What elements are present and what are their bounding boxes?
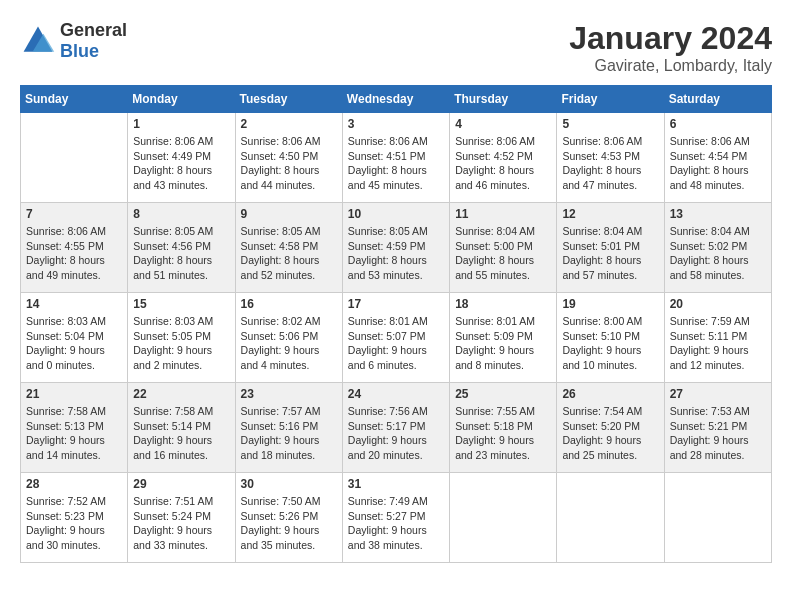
- day-number: 13: [670, 207, 766, 221]
- day-info: Sunrise: 8:06 AMSunset: 4:54 PMDaylight:…: [670, 134, 766, 193]
- day-info: Sunrise: 8:05 AMSunset: 4:56 PMDaylight:…: [133, 224, 229, 283]
- day-info: Sunrise: 7:53 AMSunset: 5:21 PMDaylight:…: [670, 404, 766, 463]
- day-info: Sunrise: 7:58 AMSunset: 5:13 PMDaylight:…: [26, 404, 122, 463]
- header-cell-sunday: Sunday: [21, 86, 128, 113]
- week-row-5: 28Sunrise: 7:52 AMSunset: 5:23 PMDayligh…: [21, 473, 772, 563]
- day-cell: 30Sunrise: 7:50 AMSunset: 5:26 PMDayligh…: [235, 473, 342, 563]
- day-cell: 4Sunrise: 8:06 AMSunset: 4:52 PMDaylight…: [450, 113, 557, 203]
- day-number: 5: [562, 117, 658, 131]
- day-cell: 14Sunrise: 8:03 AMSunset: 5:04 PMDayligh…: [21, 293, 128, 383]
- day-cell: 9Sunrise: 8:05 AMSunset: 4:58 PMDaylight…: [235, 203, 342, 293]
- logo-blue: Blue: [60, 41, 127, 62]
- day-info: Sunrise: 8:04 AMSunset: 5:02 PMDaylight:…: [670, 224, 766, 283]
- day-info: Sunrise: 8:06 AMSunset: 4:55 PMDaylight:…: [26, 224, 122, 283]
- day-cell: 18Sunrise: 8:01 AMSunset: 5:09 PMDayligh…: [450, 293, 557, 383]
- day-info: Sunrise: 7:57 AMSunset: 5:16 PMDaylight:…: [241, 404, 337, 463]
- day-cell: [664, 473, 771, 563]
- day-number: 21: [26, 387, 122, 401]
- day-cell: 17Sunrise: 8:01 AMSunset: 5:07 PMDayligh…: [342, 293, 449, 383]
- day-info: Sunrise: 7:50 AMSunset: 5:26 PMDaylight:…: [241, 494, 337, 553]
- day-cell: 2Sunrise: 8:06 AMSunset: 4:50 PMDaylight…: [235, 113, 342, 203]
- day-number: 16: [241, 297, 337, 311]
- header-cell-saturday: Saturday: [664, 86, 771, 113]
- day-number: 10: [348, 207, 444, 221]
- day-info: Sunrise: 8:01 AMSunset: 5:09 PMDaylight:…: [455, 314, 551, 373]
- day-number: 17: [348, 297, 444, 311]
- day-number: 9: [241, 207, 337, 221]
- day-info: Sunrise: 8:06 AMSunset: 4:50 PMDaylight:…: [241, 134, 337, 193]
- day-cell: 11Sunrise: 8:04 AMSunset: 5:00 PMDayligh…: [450, 203, 557, 293]
- day-info: Sunrise: 8:06 AMSunset: 4:51 PMDaylight:…: [348, 134, 444, 193]
- day-cell: 15Sunrise: 8:03 AMSunset: 5:05 PMDayligh…: [128, 293, 235, 383]
- day-cell: 12Sunrise: 8:04 AMSunset: 5:01 PMDayligh…: [557, 203, 664, 293]
- day-info: Sunrise: 7:59 AMSunset: 5:11 PMDaylight:…: [670, 314, 766, 373]
- day-cell: 24Sunrise: 7:56 AMSunset: 5:17 PMDayligh…: [342, 383, 449, 473]
- day-number: 31: [348, 477, 444, 491]
- day-cell: 6Sunrise: 8:06 AMSunset: 4:54 PMDaylight…: [664, 113, 771, 203]
- header-cell-friday: Friday: [557, 86, 664, 113]
- day-info: Sunrise: 7:51 AMSunset: 5:24 PMDaylight:…: [133, 494, 229, 553]
- day-number: 11: [455, 207, 551, 221]
- location-title: Gavirate, Lombardy, Italy: [569, 57, 772, 75]
- day-cell: 27Sunrise: 7:53 AMSunset: 5:21 PMDayligh…: [664, 383, 771, 473]
- day-number: 19: [562, 297, 658, 311]
- header-cell-tuesday: Tuesday: [235, 86, 342, 113]
- header-row: SundayMondayTuesdayWednesdayThursdayFrid…: [21, 86, 772, 113]
- day-cell: 3Sunrise: 8:06 AMSunset: 4:51 PMDaylight…: [342, 113, 449, 203]
- day-number: 3: [348, 117, 444, 131]
- day-number: 24: [348, 387, 444, 401]
- day-cell: 25Sunrise: 7:55 AMSunset: 5:18 PMDayligh…: [450, 383, 557, 473]
- day-cell: 13Sunrise: 8:04 AMSunset: 5:02 PMDayligh…: [664, 203, 771, 293]
- day-cell: 5Sunrise: 8:06 AMSunset: 4:53 PMDaylight…: [557, 113, 664, 203]
- header-cell-monday: Monday: [128, 86, 235, 113]
- day-info: Sunrise: 8:03 AMSunset: 5:04 PMDaylight:…: [26, 314, 122, 373]
- day-number: 14: [26, 297, 122, 311]
- day-cell: [557, 473, 664, 563]
- week-row-1: 1Sunrise: 8:06 AMSunset: 4:49 PMDaylight…: [21, 113, 772, 203]
- day-info: Sunrise: 7:49 AMSunset: 5:27 PMDaylight:…: [348, 494, 444, 553]
- logo: General Blue: [20, 20, 127, 62]
- day-cell: 10Sunrise: 8:05 AMSunset: 4:59 PMDayligh…: [342, 203, 449, 293]
- week-row-2: 7Sunrise: 8:06 AMSunset: 4:55 PMDaylight…: [21, 203, 772, 293]
- header: General Blue January 2024 Gavirate, Lomb…: [20, 20, 772, 75]
- day-number: 27: [670, 387, 766, 401]
- header-cell-wednesday: Wednesday: [342, 86, 449, 113]
- week-row-4: 21Sunrise: 7:58 AMSunset: 5:13 PMDayligh…: [21, 383, 772, 473]
- day-number: 29: [133, 477, 229, 491]
- day-number: 12: [562, 207, 658, 221]
- month-title: January 2024: [569, 20, 772, 57]
- day-cell: 1Sunrise: 8:06 AMSunset: 4:49 PMDaylight…: [128, 113, 235, 203]
- day-info: Sunrise: 8:05 AMSunset: 4:58 PMDaylight:…: [241, 224, 337, 283]
- day-cell: 8Sunrise: 8:05 AMSunset: 4:56 PMDaylight…: [128, 203, 235, 293]
- day-cell: 7Sunrise: 8:06 AMSunset: 4:55 PMDaylight…: [21, 203, 128, 293]
- title-area: January 2024 Gavirate, Lombardy, Italy: [569, 20, 772, 75]
- day-number: 2: [241, 117, 337, 131]
- day-info: Sunrise: 7:58 AMSunset: 5:14 PMDaylight:…: [133, 404, 229, 463]
- day-number: 4: [455, 117, 551, 131]
- day-info: Sunrise: 8:06 AMSunset: 4:53 PMDaylight:…: [562, 134, 658, 193]
- day-number: 18: [455, 297, 551, 311]
- day-info: Sunrise: 8:03 AMSunset: 5:05 PMDaylight:…: [133, 314, 229, 373]
- day-cell: 31Sunrise: 7:49 AMSunset: 5:27 PMDayligh…: [342, 473, 449, 563]
- day-number: 20: [670, 297, 766, 311]
- day-info: Sunrise: 8:04 AMSunset: 5:01 PMDaylight:…: [562, 224, 658, 283]
- header-cell-thursday: Thursday: [450, 86, 557, 113]
- calendar-table: SundayMondayTuesdayWednesdayThursdayFrid…: [20, 85, 772, 563]
- day-info: Sunrise: 8:02 AMSunset: 5:06 PMDaylight:…: [241, 314, 337, 373]
- day-number: 23: [241, 387, 337, 401]
- day-info: Sunrise: 8:00 AMSunset: 5:10 PMDaylight:…: [562, 314, 658, 373]
- day-info: Sunrise: 7:56 AMSunset: 5:17 PMDaylight:…: [348, 404, 444, 463]
- logo-text: General Blue: [60, 20, 127, 62]
- day-info: Sunrise: 8:05 AMSunset: 4:59 PMDaylight:…: [348, 224, 444, 283]
- day-info: Sunrise: 8:04 AMSunset: 5:00 PMDaylight:…: [455, 224, 551, 283]
- day-number: 26: [562, 387, 658, 401]
- day-cell: 29Sunrise: 7:51 AMSunset: 5:24 PMDayligh…: [128, 473, 235, 563]
- day-cell: [21, 113, 128, 203]
- day-number: 25: [455, 387, 551, 401]
- day-cell: 21Sunrise: 7:58 AMSunset: 5:13 PMDayligh…: [21, 383, 128, 473]
- day-cell: 20Sunrise: 7:59 AMSunset: 5:11 PMDayligh…: [664, 293, 771, 383]
- logo-icon: [20, 23, 56, 59]
- day-cell: 26Sunrise: 7:54 AMSunset: 5:20 PMDayligh…: [557, 383, 664, 473]
- day-number: 22: [133, 387, 229, 401]
- day-number: 1: [133, 117, 229, 131]
